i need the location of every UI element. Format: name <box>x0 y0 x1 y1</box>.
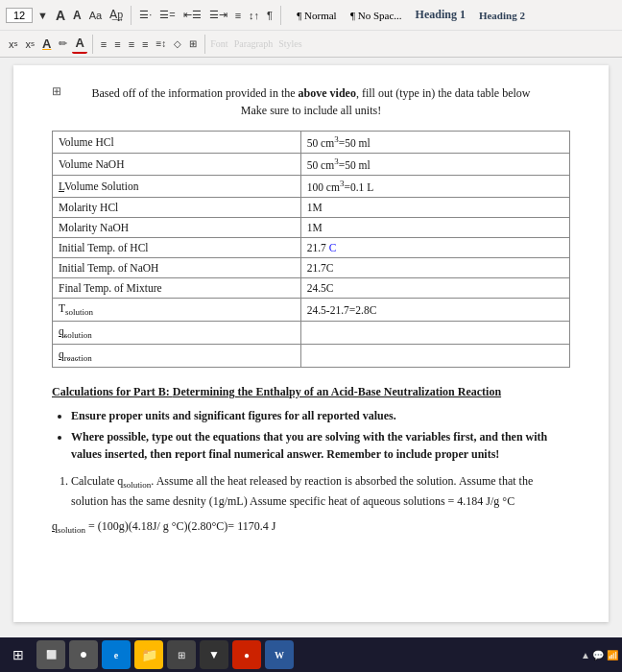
subscript-x-btn[interactable]: xs <box>6 36 21 52</box>
align-center-icon[interactable]: ≡ <box>111 36 123 52</box>
table-cell-qsolution[interactable]: qsolution <box>53 322 301 345</box>
font-script[interactable]: A͢p <box>107 6 126 24</box>
font-size-down[interactable]: ▼ <box>35 8 51 23</box>
align-full-icon[interactable]: ≡ <box>139 36 151 52</box>
table-cell-value[interactable]: 21.7C <box>300 258 569 278</box>
table-row: Initial Temp. of NaOH 21.7C <box>53 258 570 278</box>
calc-heading-partb: Calculations for Part B: <box>52 385 170 398</box>
font-row: ▼ A A Aa A͢p ☰· ☰= ⇤☰ ☰⇥ ≡ ↕↑ ¶ ¶ Normal… <box>0 0 622 31</box>
list-num-icon[interactable]: ☰= <box>156 7 178 23</box>
table-cell-qreaction-val[interactable] <box>300 345 569 368</box>
bullet-2-text: Where possible, type out the equations t… <box>71 430 547 461</box>
style-h2[interactable]: Heading 2 <box>474 7 530 24</box>
section-labels: Font Paragraph Styles <box>210 38 301 49</box>
list-bullet-icon[interactable]: ☰· <box>136 7 155 23</box>
table-cell-label[interactable]: LVolume Solution <box>53 175 301 197</box>
table-cell-value[interactable]: 21.7 C <box>300 237 569 257</box>
style-nospac[interactable]: ¶ No Spac... <box>346 7 407 24</box>
font-highlight-btn[interactable]: ✏ <box>56 36 70 52</box>
table-cell-label[interactable]: Final Temp. of Mixture <box>53 278 301 299</box>
taskbar-search-btn[interactable]: ⬜ <box>36 640 65 669</box>
bullet-item-1: Ensure proper units and significant figu… <box>71 407 570 424</box>
align-justify-icon[interactable]: ≡ <box>232 8 244 23</box>
table-cell-label[interactable]: Initial Temp. of NaOH <box>53 258 301 278</box>
font-underline-color-btn[interactable]: A <box>72 34 86 54</box>
table-cell-qsolution-val[interactable] <box>300 322 569 345</box>
num1-text-before: Calculate qsolution. Assume all the heat… <box>71 474 533 508</box>
style-nospac-label: ¶ No Spac... <box>350 10 402 21</box>
table-cell-label[interactable]: Volume HCl <box>53 132 301 154</box>
shading-icon[interactable]: ◇ <box>171 36 184 51</box>
styles-label: Styles <box>278 38 301 49</box>
sep1 <box>131 6 132 25</box>
intro-line1-start: Based off of the information provided in… <box>91 86 298 100</box>
table-cell-tsolution-val[interactable]: 24.5-21.7=2.8C <box>300 299 569 322</box>
calc-heading: Calculations for Part B: Determining the… <box>52 383 570 401</box>
superscript-x-btn[interactable]: xs <box>23 36 38 52</box>
systray-icons: ▲ 💬 📶 <box>581 650 618 660</box>
windows-start-btn[interactable]: ⊞ <box>4 640 33 669</box>
intro-line2: Make sure to include all units! <box>241 104 381 117</box>
numbered-list: Calculate qsolution. Assume all the heat… <box>71 472 570 510</box>
numbered-item-1: Calculate qsolution. Assume all the heat… <box>71 472 570 510</box>
table-cell-value[interactable]: 50 cm3=50 ml <box>300 153 569 175</box>
table-cell-value[interactable]: 1M <box>300 217 569 237</box>
equation-line: qsolution = (100g)(4.18J/ g °C)(2.80°C)=… <box>52 517 570 538</box>
table-insert-icon[interactable]: ⊞ <box>52 84 61 99</box>
table-cell-label[interactable]: Molarity HCl <box>53 197 301 217</box>
taskbar-down-btn[interactable]: ▼ <box>200 640 228 669</box>
taskbar-red-btn[interactable]: ● <box>232 640 261 669</box>
bullet-1-text: Ensure proper units and significant figu… <box>71 409 396 422</box>
style-h2-label: Heading 2 <box>479 10 525 21</box>
calc-heading-rest: Determining the Enthalpy of an Acid-Base… <box>173 385 501 398</box>
calculations-section: Calculations for Part B: Determining the… <box>52 383 570 538</box>
font-color-A-btn[interactable]: A <box>39 35 54 53</box>
table-cell-label[interactable]: Initial Temp. of HCl <box>53 237 301 257</box>
intro-text: Based off of the information provided in… <box>52 84 570 119</box>
table-cell-label[interactable]: Molarity NaOH <box>53 217 301 237</box>
align-left-icon[interactable]: ≡ <box>98 36 109 52</box>
borders-icon[interactable]: ⊞ <box>186 36 200 51</box>
style-h1[interactable]: Heading 1 <box>411 5 470 25</box>
table-row: Volume NaOH 50 cm3=50 ml <box>53 153 570 175</box>
table-cell-value[interactable]: 24.5C <box>300 278 569 299</box>
eq-body: = (100g)(4.18J/ g °C)(2.80°C)= 1170.4 J <box>88 519 275 533</box>
data-table: Volume HCl 50 cm3=50 ml Volume NaOH 50 c… <box>52 131 570 368</box>
style-normal[interactable]: ¶ Normal <box>292 7 342 24</box>
taskbar-edge-btn[interactable]: e <box>102 640 131 669</box>
table-cell-qreaction[interactable]: qreaction <box>53 345 301 368</box>
table-cell-label[interactable]: Volume NaOH <box>53 153 301 175</box>
font-size-input[interactable] <box>6 8 33 23</box>
table-row: Initial Temp. of HCl 21.7 C <box>53 237 570 257</box>
taskbar: ⊞ ⬜ ● e 📁 ⊞ ▼ ● W ▲ 💬 📶 <box>0 637 622 672</box>
taskbar-folder-btn[interactable]: 📁 <box>134 640 163 669</box>
taskbar-word-btn[interactable]: W <box>265 640 294 669</box>
style-h1-label: Heading 1 <box>416 8 466 22</box>
sep3 <box>92 35 93 54</box>
align-right-icon[interactable]: ≡ <box>126 36 137 52</box>
indent-icon[interactable]: ☰⇥ <box>206 7 230 23</box>
table-cell-value[interactable]: 100 cm3=0.1 L <box>300 175 569 197</box>
taskbar-systray: ▲ 💬 📶 <box>581 650 618 660</box>
toolbar: ▼ A A Aa A͢p ☰· ☰= ⇤☰ ☰⇥ ≡ ↕↑ ¶ ¶ Normal… <box>0 0 622 58</box>
font-type-A-large[interactable]: A <box>53 6 68 25</box>
font-type-A-med[interactable]: A <box>70 7 84 24</box>
num1-subscript: solution <box>123 480 151 490</box>
style-normal-label: ¶ Normal <box>297 10 336 21</box>
line-spacing-icon[interactable]: ≡↕ <box>153 36 169 51</box>
pilcrow-icon[interactable]: ¶ <box>264 8 275 23</box>
table-row: Molarity HCl 1M <box>53 197 570 217</box>
sep2 <box>280 6 281 25</box>
table-cell-tsolution[interactable]: Tsolution <box>53 299 301 322</box>
table-row: LVolume Solution 100 cm3=0.1 L <box>53 175 570 197</box>
taskbar-grid-btn[interactable]: ⊞ <box>167 640 196 669</box>
table-row: qsolution <box>53 322 570 345</box>
outdent-icon[interactable]: ⇤☰ <box>180 7 204 23</box>
font-Aa[interactable]: Aa <box>86 8 105 23</box>
table-cell-value[interactable]: 1M <box>300 197 569 217</box>
table-cell-value[interactable]: 50 cm3=50 ml <box>300 132 569 154</box>
taskbar-btn3[interactable]: ● <box>69 640 98 669</box>
eq-q: qsolution <box>52 519 85 533</box>
table-row: qreaction <box>53 345 570 368</box>
sort-icon[interactable]: ↕↑ <box>246 8 262 23</box>
